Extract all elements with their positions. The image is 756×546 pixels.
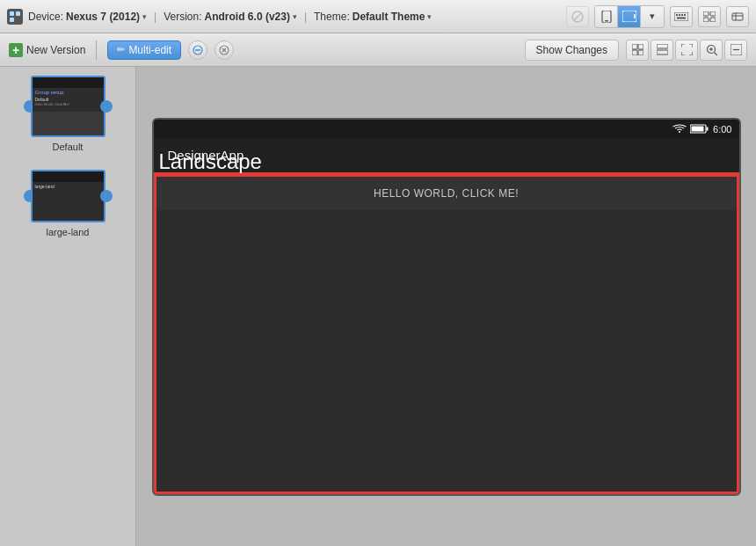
- svg-rect-15: [703, 11, 709, 16]
- svg-rect-12: [681, 14, 683, 16]
- api-btn[interactable]: [726, 6, 749, 27]
- layout-item-default[interactable]: Group setup Default Hello World, Click M…: [9, 76, 127, 152]
- multi-edit-button[interactable]: ✏ Multi-edit: [107, 40, 181, 60]
- close-edit-button[interactable]: [214, 40, 234, 60]
- version-dropdown-arrow[interactable]: ▾: [293, 12, 297, 21]
- svg-rect-41: [692, 127, 704, 132]
- svg-rect-16: [710, 11, 716, 16]
- svg-rect-0: [10, 11, 14, 16]
- layout-thumbnail-large-land: large-land: [31, 170, 105, 222]
- layout-list-btn[interactable]: [698, 6, 721, 27]
- theme-label: Theme: Default Theme ▾: [314, 11, 432, 23]
- svg-rect-27: [632, 44, 637, 49]
- svg-rect-32: [657, 50, 668, 55]
- svg-rect-29: [632, 50, 637, 55]
- layout-item-large-land[interactable]: large-land large-land: [9, 170, 127, 237]
- svg-rect-8: [634, 14, 636, 18]
- zoom-out-btn[interactable]: [724, 40, 747, 61]
- svg-rect-11: [679, 14, 680, 16]
- svg-rect-17: [703, 18, 709, 22]
- view-icons-group: [626, 40, 747, 61]
- version-value: Android 6.0 (v23): [205, 11, 290, 23]
- theme-dropdown-arrow[interactable]: ▾: [427, 12, 432, 21]
- time-display: 6:00: [713, 124, 731, 135]
- dropdown-view-btn[interactable]: ▾: [641, 6, 664, 27]
- svg-rect-14: [677, 17, 686, 18]
- svg-rect-1: [16, 11, 20, 16]
- phone-view-btn[interactable]: [595, 6, 618, 27]
- svg-rect-19: [732, 13, 743, 20]
- phone-body: Landscape HELLO WORLD, CLICK ME!: [154, 174, 739, 494]
- show-changes-button[interactable]: Show Changes: [525, 40, 619, 61]
- divider: [96, 40, 97, 60]
- app-logo: [7, 9, 23, 25]
- svg-rect-28: [638, 44, 643, 49]
- version-label: Version: Android 6.0 (v23) ▾: [164, 11, 297, 23]
- hello-world-text: HELLO WORLD, CLICK ME!: [374, 187, 519, 200]
- device-dropdown-arrow[interactable]: ▾: [142, 12, 147, 21]
- connector-right-large-land: [100, 190, 113, 202]
- svg-rect-13: [684, 14, 686, 16]
- layout-thumbnail-default: Group setup Default Hello World, Click M…: [31, 76, 105, 137]
- svg-rect-31: [657, 44, 668, 48]
- view-toggle-group: ▾: [594, 5, 665, 28]
- keyboard-btn[interactable]: [670, 6, 693, 27]
- tablet-view-btn[interactable]: [618, 6, 641, 27]
- svg-rect-6: [605, 20, 608, 22]
- device-value: Nexus 7 (2012): [66, 11, 140, 23]
- new-version-button[interactable]: + New Version: [9, 43, 85, 57]
- disabled-icon: [566, 6, 589, 27]
- plus-icon: +: [9, 43, 23, 57]
- battery-icon: [690, 124, 709, 134]
- svg-rect-18: [710, 18, 716, 22]
- hello-world-bar: HELLO WORLD, CLICK ME!: [156, 177, 737, 210]
- pencil-icon: ✏: [117, 44, 125, 55]
- thumb-text-default: Group setup Default Hello World, Click M…: [33, 88, 104, 108]
- fullscreen-btn[interactable]: [675, 40, 698, 61]
- theme-value: Default Theme: [353, 11, 425, 23]
- top-toolbar: Device: Nexus 7 (2012) ▾ | Version: Andr…: [0, 0, 756, 33]
- svg-rect-10: [676, 14, 678, 16]
- wifi-icon: [672, 124, 687, 134]
- phone-status-bar: 6:00: [154, 120, 739, 139]
- svg-rect-40: [707, 127, 709, 131]
- layout-label-large-land: large-land: [47, 227, 90, 237]
- show-changes-label: Show Changes: [536, 44, 607, 56]
- new-version-label: New Version: [26, 44, 85, 56]
- layout-panel: Group setup Default Hello World, Click M…: [0, 67, 136, 546]
- canvas-area: 6:00 DesignerApp Landscape HELLO WORLD, …: [136, 67, 756, 546]
- layout-label-default: Default: [53, 142, 84, 152]
- svg-rect-2: [10, 18, 14, 22]
- zoom-in-btn[interactable]: [700, 40, 723, 61]
- thumb-text-large-land: large-land: [33, 182, 104, 192]
- svg-line-4: [574, 13, 581, 20]
- cancel-edit-button[interactable]: [188, 40, 207, 60]
- svg-line-36: [714, 53, 717, 56]
- phone-preview-frame: 6:00 DesignerApp Landscape HELLO WORLD, …: [152, 118, 741, 496]
- connector-right-default: [100, 100, 113, 113]
- grid-view-btn[interactable]: [626, 40, 649, 61]
- list-view-btn[interactable]: [651, 40, 673, 61]
- secondary-toolbar: + New Version ✏ Multi-edit Show Changes: [0, 33, 756, 67]
- multi-edit-label: Multi-edit: [128, 44, 171, 56]
- main-content: Group setup Default Hello World, Click M…: [0, 67, 756, 546]
- device-label: Device: Nexus 7 (2012) ▾: [28, 11, 147, 23]
- svg-rect-9: [674, 12, 688, 21]
- landscape-label: Landscape: [154, 148, 739, 176]
- svg-rect-30: [638, 50, 643, 55]
